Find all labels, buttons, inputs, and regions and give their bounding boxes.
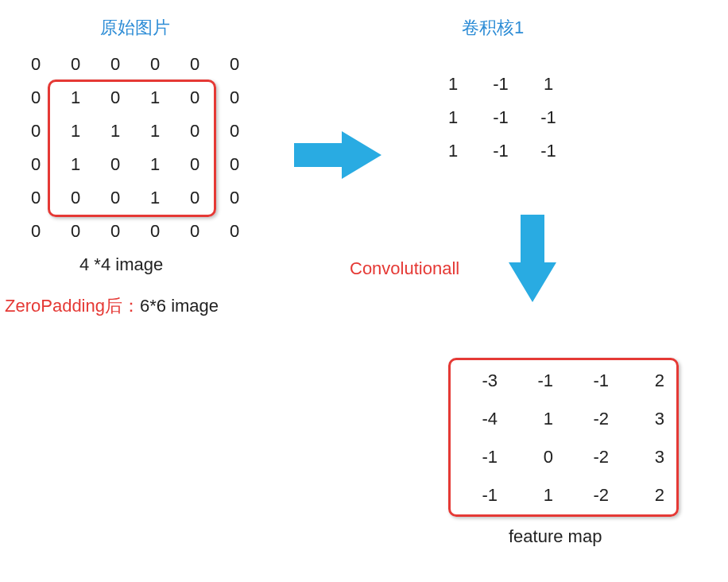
- matrix-cell: 0: [175, 81, 215, 114]
- image-size-label: 4 *4 image: [79, 254, 163, 275]
- matrix-cell: 0: [16, 148, 56, 181]
- kernel-cell: -1: [525, 134, 572, 168]
- matrix-cell: 0: [215, 114, 254, 148]
- matrix-cell: 1: [135, 181, 175, 215]
- kernel-cell: -1: [477, 134, 525, 168]
- fmap-cell: 2: [620, 362, 676, 400]
- fmap-cell: -2: [564, 476, 620, 514]
- matrix-cell: 0: [16, 114, 56, 148]
- feature-map-matrix: -3 -1 -1 2 -4 1 -2 3 -1 0 -2 3 -1 1 -2 2: [453, 362, 676, 514]
- arrow-down-icon: [509, 215, 556, 302]
- matrix-cell: 0: [215, 81, 254, 114]
- matrix-cell: 0: [95, 148, 135, 181]
- fmap-cell: 0: [509, 438, 564, 476]
- fmap-cell: -1: [564, 362, 620, 400]
- fmap-cell: -1: [509, 362, 564, 400]
- fmap-cell: 2: [620, 476, 676, 514]
- matrix-cell: 0: [215, 215, 254, 248]
- fmap-cell: 3: [620, 438, 676, 476]
- zeropadding-prefix: ZeroPadding后：: [5, 296, 140, 316]
- matrix-cell: 0: [135, 48, 175, 81]
- matrix-cell: 0: [175, 114, 215, 148]
- feature-map-label: feature map: [509, 526, 602, 547]
- matrix-cell: 0: [175, 48, 215, 81]
- kernel-cell: -1: [477, 101, 525, 134]
- matrix-cell: 0: [175, 181, 215, 215]
- matrix-cell: 0: [16, 181, 56, 215]
- convolutional-label: Convolutionall: [350, 258, 459, 279]
- matrix-cell: 0: [56, 48, 95, 81]
- fmap-cell: -2: [564, 438, 620, 476]
- svg-marker-0: [294, 131, 381, 179]
- fmap-cell: -3: [453, 362, 509, 400]
- kernel-title: 卷积核1: [445, 16, 540, 40]
- fmap-cell: -2: [564, 400, 620, 438]
- fmap-cell: -1: [453, 476, 509, 514]
- arrow-right-icon: [294, 131, 381, 179]
- fmap-cell: 1: [509, 476, 564, 514]
- kernel-cell: 1: [429, 101, 477, 134]
- matrix-cell: 1: [135, 114, 175, 148]
- matrix-cell: 1: [135, 148, 175, 181]
- matrix-cell: 0: [56, 181, 95, 215]
- matrix-cell: 0: [16, 215, 56, 248]
- svg-marker-1: [509, 215, 556, 302]
- matrix-cell: 1: [56, 148, 95, 181]
- matrix-cell: 0: [56, 215, 95, 248]
- kernel-matrix: 1 -1 1 1 -1 -1 1 -1 -1: [429, 68, 572, 168]
- matrix-cell: 1: [95, 114, 135, 148]
- matrix-cell: 0: [95, 48, 135, 81]
- matrix-cell: 0: [16, 81, 56, 114]
- fmap-cell: 1: [509, 400, 564, 438]
- matrix-cell: 0: [135, 215, 175, 248]
- kernel-cell: 1: [429, 134, 477, 168]
- matrix-cell: 0: [215, 148, 254, 181]
- fmap-cell: -4: [453, 400, 509, 438]
- matrix-cell: 0: [215, 48, 254, 81]
- fmap-cell: -1: [453, 438, 509, 476]
- matrix-cell: 0: [16, 48, 56, 81]
- kernel-cell: 1: [429, 68, 477, 101]
- matrix-cell: 1: [56, 114, 95, 148]
- matrix-cell: 0: [215, 181, 254, 215]
- fmap-cell: 3: [620, 400, 676, 438]
- zeropadding-suffix: 6*6 image: [140, 296, 219, 316]
- matrix-cell: 0: [175, 215, 215, 248]
- matrix-cell: 0: [175, 148, 215, 181]
- matrix-cell: 0: [95, 181, 135, 215]
- kernel-cell: -1: [477, 68, 525, 101]
- kernel-cell: 1: [525, 68, 572, 101]
- matrix-cell: 1: [135, 81, 175, 114]
- matrix-cell: 0: [95, 215, 135, 248]
- padded-matrix: 0 0 0 0 0 0 0 1 0 1 0 0 0 1 1 1 0 0 0 1 …: [16, 48, 262, 248]
- zeropadding-label: ZeroPadding后：6*6 image: [5, 294, 219, 318]
- kernel-cell: -1: [525, 101, 572, 134]
- matrix-cell: 1: [56, 81, 95, 114]
- original-image-title: 原始图片: [87, 16, 183, 40]
- matrix-cell: 0: [95, 81, 135, 114]
